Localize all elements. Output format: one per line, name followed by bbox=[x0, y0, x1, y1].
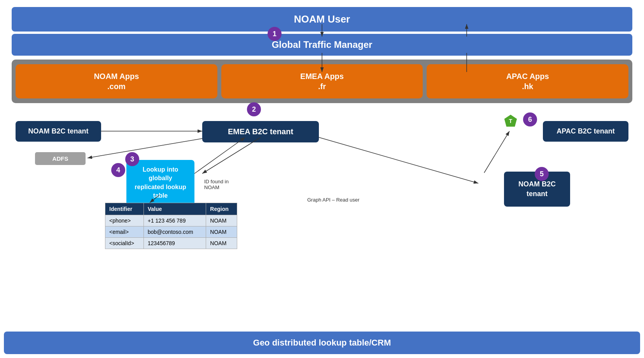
emea-b2c-tenant: EMEA B2C tenant bbox=[202, 121, 319, 142]
gtm-label: Global Traffic Manager bbox=[272, 39, 373, 50]
svg-line-10 bbox=[194, 137, 245, 174]
col-value: Value bbox=[144, 203, 206, 215]
badge-6: 6 bbox=[523, 112, 537, 126]
graph-api-label: Graph API – Read user bbox=[307, 197, 359, 203]
apac-app-box: APAC Apps .hk bbox=[427, 64, 628, 98]
gtm-row: 1 Global Traffic Manager bbox=[12, 34, 632, 56]
geo-bar: Geo distributed lookup table/CRM bbox=[4, 332, 640, 354]
table-row: <socialId> 123456789 NOAM bbox=[105, 238, 237, 249]
adfs-box: ADFS bbox=[35, 152, 86, 165]
noam-app-box: NOAM Apps .com bbox=[16, 64, 217, 98]
noam-user-label: NOAM User bbox=[294, 13, 350, 25]
col-region: Region bbox=[206, 203, 237, 215]
emea-app-box: EMEA Apps .fr bbox=[221, 64, 423, 98]
noam-user-bar: NOAM User bbox=[12, 7, 632, 32]
badge-5: 5 bbox=[535, 167, 549, 181]
badge-2: 2 bbox=[247, 102, 261, 116]
diagram-container: NOAM User 1 Global Traffic Manager NOAM … bbox=[0, 0, 644, 358]
apps-row: NOAM Apps .com EMEA Apps .fr APAC Apps .… bbox=[12, 60, 632, 103]
lookup-box: Lookup into globally replicated lookup t… bbox=[126, 160, 194, 206]
geo-bar-label: Geo distributed lookup table/CRM bbox=[253, 338, 391, 347]
gtm-bar: Global Traffic Manager bbox=[12, 34, 632, 56]
data-table-wrapper: Identifier Value Region <phone> +1 123 4… bbox=[105, 203, 237, 249]
col-identifier: Identifier bbox=[105, 203, 144, 215]
svg-text:T: T bbox=[509, 118, 513, 124]
badge-1: 1 bbox=[268, 27, 282, 41]
apac-b2c-tenant: APAC B2C tenant bbox=[543, 121, 628, 142]
tenants-row: NOAM B2C tenant ADFS 3 4 Lookup into glo… bbox=[12, 109, 632, 257]
table-row: <phone> +1 123 456 789 NOAM bbox=[105, 215, 237, 226]
svg-line-5 bbox=[88, 139, 202, 158]
svg-line-8 bbox=[319, 137, 478, 183]
svg-line-9 bbox=[484, 131, 509, 173]
id-found-label: ID found inNOAM bbox=[204, 179, 229, 190]
pentagon-t-icon: T bbox=[504, 114, 518, 128]
table-row: <email> bob@contoso.com NOAM bbox=[105, 226, 237, 238]
svg-line-7 bbox=[202, 137, 261, 174]
noam-b2c-tenant: NOAM B2C tenant bbox=[16, 121, 101, 142]
lookup-table: Identifier Value Region <phone> +1 123 4… bbox=[105, 203, 237, 249]
badge-3: 3 bbox=[125, 152, 139, 166]
badge-4: 4 bbox=[111, 163, 125, 177]
